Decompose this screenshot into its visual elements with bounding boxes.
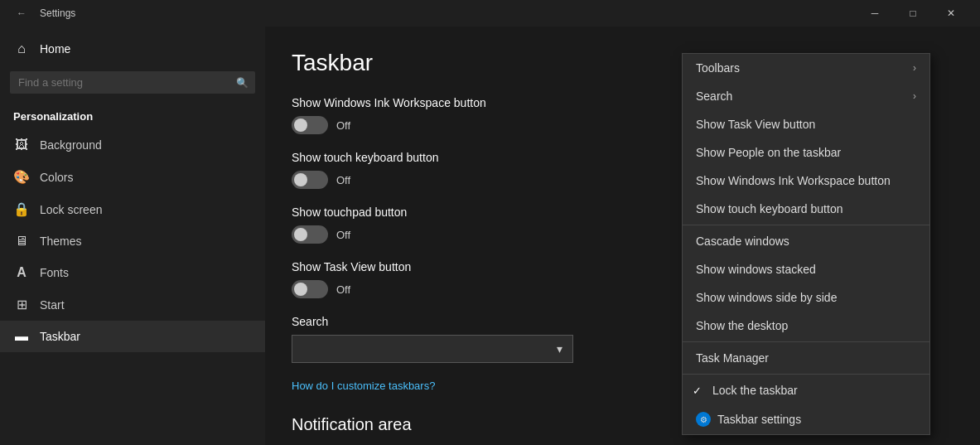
sidebar-taskbar-label: Taskbar [40,330,80,343]
toggle-knob [294,228,307,241]
taskbar-icon: ▬ [13,329,30,344]
cascade-label: Cascade windows [696,235,789,248]
stacked-label: Show windows stacked [696,263,816,276]
lock-screen-icon: 🔒 [13,201,30,217]
close-button[interactable]: ✕ [932,0,970,27]
sidebar-item-background[interactable]: 🖼 Background [0,129,265,161]
sidebar-section-title: Personalization [0,100,265,129]
sidebar-search-container: 🔍 [10,71,255,94]
app-title: Settings [40,7,856,19]
touch-keyboard-toggle-text: Off [336,174,350,186]
context-item-ink-workspace-btn[interactable]: Show Windows Ink Workspace button [683,167,929,195]
app-body: ⌂ Home 🔍 Personalization 🖼 Background 🎨 … [0,27,980,445]
touch-keyboard-toggle[interactable] [292,171,328,189]
taskbar-settings-label: Taskbar settings [717,413,801,426]
sidebar-item-colors[interactable]: 🎨 Colors [0,161,265,193]
back-button[interactable]: ← [10,2,33,25]
background-icon: 🖼 [13,138,30,152]
search-icon: 🔍 [236,77,249,89]
touchpad-toggle-text: Off [336,229,350,241]
show-desktop-label: Show the desktop [696,319,788,332]
sidebar-lock-label: Lock screen [40,203,102,216]
search-input[interactable] [10,71,255,94]
toggle-knob [294,283,307,296]
context-menu: Toolbars › Search › Show Task View butto… [682,53,930,435]
divider-2 [683,341,929,342]
divider-1 [683,225,929,225]
check-icon: ✓ [693,385,702,397]
sidebar-item-taskbar[interactable]: ▬ Taskbar [0,321,265,352]
arrow-icon: › [913,62,916,74]
ink-workspace-toggle-text: Off [336,119,350,132]
ink-workspace-toggle[interactable] [292,116,328,134]
task-manager-label: Task Manager [696,351,769,365]
sidebar-item-home[interactable]: ⌂ Home [0,33,265,65]
task-view-toggle-text: Off [336,283,350,296]
touchpad-toggle[interactable] [292,225,328,244]
context-item-cascade[interactable]: Cascade windows [683,227,929,255]
sidebar-item-themes[interactable]: 🖥 Themes [0,225,265,257]
context-item-taskbar-settings[interactable]: ⚙ Taskbar settings [683,404,929,434]
sidebar-item-lock-screen[interactable]: 🔒 Lock screen [0,193,265,225]
chevron-down-icon: ▾ [557,342,562,356]
context-item-side-by-side[interactable]: Show windows side by side [683,283,929,312]
context-item-task-manager[interactable]: Task Manager [683,344,929,372]
context-item-show-desktop[interactable]: Show the desktop [683,312,929,340]
sidebar-fonts-label: Fonts [40,266,69,279]
context-item-stacked[interactable]: Show windows stacked [683,255,929,283]
task-view-toggle[interactable] [292,280,328,298]
touch-keyboard-btn-label: Show touch keyboard button [696,202,842,215]
arrow-icon: › [913,90,916,102]
sidebar-background-label: Background [40,138,102,152]
sidebar-item-start[interactable]: ⊞ Start [0,288,265,321]
divider-3 [683,374,929,375]
colors-icon: 🎨 [13,169,30,185]
context-item-touch-keyboard-btn[interactable]: Show touch keyboard button [683,195,929,223]
start-icon: ⊞ [13,297,30,312]
context-item-search[interactable]: Search › [683,82,929,110]
ink-workspace-btn-label: Show Windows Ink Workspace button [696,174,891,187]
people-label: Show People on the taskbar [696,146,841,159]
context-item-toolbars[interactable]: Toolbars › [683,54,929,82]
sidebar-colors-label: Colors [40,171,73,184]
home-icon: ⌂ [13,41,30,56]
home-label: Home [40,42,70,56]
sidebar: ⌂ Home 🔍 Personalization 🖼 Background 🎨 … [0,27,265,445]
window-controls: ─ □ ✕ [856,0,970,27]
gear-icon: ⚙ [696,412,711,427]
maximize-button[interactable]: □ [894,0,932,27]
lock-taskbar-label: Lock the taskbar [712,384,798,397]
context-item-lock-taskbar[interactable]: ✓ Lock the taskbar [683,376,929,404]
task-view-btn-label: Show Task View button [696,118,815,131]
toggle-knob [294,173,307,186]
side-by-side-label: Show windows side by side [696,291,837,304]
fonts-icon: A [13,265,30,280]
context-item-people[interactable]: Show People on the taskbar [683,138,929,167]
minimize-button[interactable]: ─ [856,0,894,27]
toolbars-label: Toolbars [696,61,740,75]
titlebar: ← Settings ─ □ ✕ [0,0,980,27]
sidebar-start-label: Start [40,298,65,312]
themes-icon: 🖥 [13,234,30,249]
search-label: Search [696,89,732,103]
context-item-task-view-btn[interactable]: Show Task View button [683,110,929,138]
toggle-knob [294,119,307,132]
search-dropdown[interactable]: ▾ [292,335,573,363]
sidebar-item-fonts[interactable]: A Fonts [0,257,265,288]
sidebar-themes-label: Themes [40,235,82,248]
taskbar-settings-inner: ⚙ Taskbar settings [696,412,801,427]
